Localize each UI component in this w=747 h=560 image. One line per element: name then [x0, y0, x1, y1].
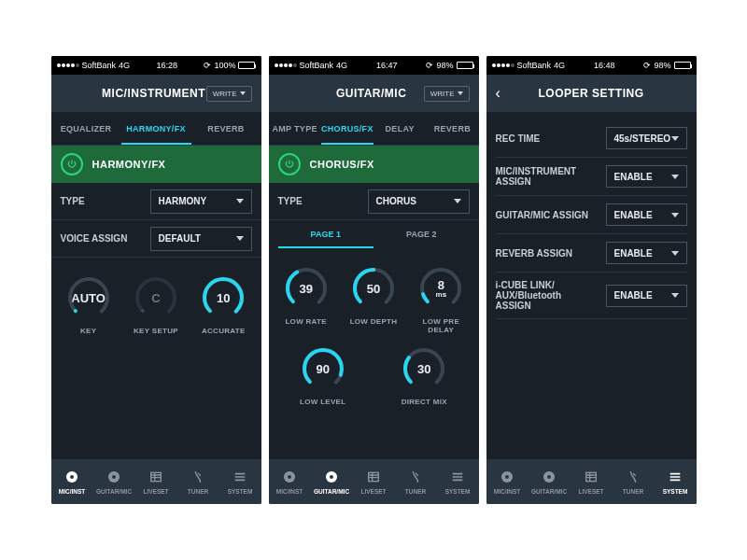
- guitar-mic-icon: [323, 469, 340, 485]
- status-bar: SoftBank 4G 16:47 ⟳ 98%: [269, 56, 479, 75]
- dial-low-depth[interactable]: 50LOW DEPTH: [344, 265, 403, 334]
- svg-point-7: [70, 475, 74, 479]
- setting-select[interactable]: 45s/STEREO: [606, 127, 687, 149]
- dial-low-rate[interactable]: 39LOW RATE: [276, 265, 336, 334]
- nav-label: SYSTEM: [663, 488, 688, 495]
- page-tabs: PAGE 1 PAGE 2: [278, 220, 470, 248]
- tuner-icon: [190, 469, 206, 485]
- network-label: 4G: [554, 61, 565, 70]
- nav-label: GUITAR/MIC: [96, 488, 132, 495]
- svg-point-19: [401, 345, 447, 392]
- carrier-label: SoftBank: [82, 61, 117, 70]
- guitar-mic-icon: [106, 469, 122, 485]
- dial-key[interactable]: AUTOKEY: [59, 274, 119, 335]
- param-type-row: TYPE CHORUS: [269, 183, 479, 220]
- fx-header: HARMONY/FX: [51, 146, 261, 183]
- chevron-down-icon: [240, 91, 246, 95]
- status-bar: SoftBank 4G 16:48 ⟳ 98%: [486, 56, 697, 75]
- system-icon: [232, 469, 248, 485]
- phone-screen-3: SoftBank 4G 16:48 ⟳ 98% ‹ LOOPER SETTING…: [486, 56, 697, 504]
- nav-item-system[interactable]: SYSTEM: [655, 459, 697, 504]
- nav-item-guitar-mic[interactable]: GUITAR/MIC: [311, 459, 353, 504]
- setting-label: i-CUBE LINK/ AUX/Bluetooth ASSIGN: [496, 280, 599, 311]
- tab-reverb[interactable]: REVERB: [191, 112, 261, 145]
- type-select[interactable]: CHORUS: [368, 189, 470, 214]
- write-button[interactable]: WRITE: [424, 86, 470, 102]
- rotation-lock-icon: ⟳: [426, 61, 433, 70]
- nav-item-mic-inst[interactable]: MIC/INST: [486, 459, 529, 504]
- dial-direct-mix[interactable]: 30DIRECT MIX: [394, 345, 454, 406]
- nav-item-tuner[interactable]: TUNER: [177, 459, 219, 504]
- nav-item-tuner[interactable]: TUNER: [613, 459, 655, 504]
- svg-point-4: [200, 274, 247, 321]
- dial-key-setup[interactable]: CKEY SETUP: [126, 274, 186, 335]
- tuner-icon: [407, 469, 424, 485]
- power-button[interactable]: [61, 153, 83, 175]
- nav-item-mic-inst[interactable]: MIC/INST: [269, 459, 311, 504]
- write-button[interactable]: WRITE: [206, 86, 252, 102]
- setting-select[interactable]: ENABLE: [606, 165, 687, 188]
- type-select[interactable]: HARMONY: [150, 189, 252, 214]
- nav-label: SYSTEM: [228, 488, 253, 495]
- tab-amp-type[interactable]: AMP TYPE: [269, 112, 321, 145]
- voice-assign-select[interactable]: DEFAULT: [150, 227, 252, 251]
- nav-bar: GUITAR/MIC WRITE: [269, 75, 479, 112]
- battery-icon: [457, 62, 473, 69]
- system-icon: [667, 469, 684, 485]
- nav-label: LIVESET: [143, 488, 168, 495]
- nav-item-system[interactable]: SYSTEM: [437, 459, 479, 504]
- tab-delay[interactable]: DELAY: [374, 112, 426, 145]
- top-tabs: EQUALIZER HARMONY/FX REVERB: [51, 112, 261, 146]
- dial-accurate[interactable]: 10ACCURATE: [193, 274, 253, 335]
- svg-point-9: [112, 475, 116, 479]
- svg-point-20: [401, 345, 447, 392]
- nav-label: LIVESET: [360, 488, 386, 495]
- fx-title: CHORUS/FX: [310, 159, 374, 170]
- tab-equalizer[interactable]: EQUALIZER: [51, 112, 121, 145]
- svg-point-17: [300, 345, 346, 392]
- battery-pct: 98%: [654, 61, 670, 70]
- nav-item-liveset[interactable]: LIVESET: [135, 459, 177, 504]
- rotation-lock-icon: ⟳: [643, 61, 651, 70]
- chevron-down-icon: [236, 199, 244, 203]
- dial-low-level[interactable]: 90LOW LEVEL: [293, 345, 353, 406]
- dial-low-pre-delay[interactable]: 8msLOW PRE DELAY: [411, 265, 471, 334]
- tuner-icon: [625, 469, 641, 485]
- tab-reverb[interactable]: REVERB: [426, 112, 478, 145]
- setting-select[interactable]: ENABLE: [606, 203, 687, 226]
- svg-point-13: [350, 265, 397, 312]
- setting-label: REC TIME: [496, 133, 599, 144]
- nav-item-liveset[interactable]: LIVESET: [353, 459, 395, 504]
- nav-item-system[interactable]: SYSTEM: [219, 459, 261, 504]
- chevron-down-icon: [671, 213, 679, 217]
- tab-harmony-fx[interactable]: HARMONY/FX: [121, 112, 191, 145]
- bottom-nav: MIC/INSTGUITAR/MICLIVESETTUNERSYSTEM: [269, 459, 479, 504]
- subtab-page-1[interactable]: PAGE 1: [278, 220, 374, 248]
- svg-point-1: [65, 274, 112, 321]
- nav-label: GUITAR/MIC: [314, 488, 349, 495]
- svg-point-3: [133, 274, 179, 321]
- svg-point-24: [330, 475, 333, 479]
- power-button[interactable]: [278, 153, 301, 175]
- fx-header: CHORUS/FX: [269, 146, 479, 183]
- page-title: GUITAR/MIC: [319, 87, 424, 100]
- dial-caption: KEY SETUP: [134, 327, 178, 335]
- subtab-page-2[interactable]: PAGE 2: [374, 220, 470, 248]
- nav-item-guitar-mic[interactable]: GUITAR/MIC: [529, 459, 571, 504]
- setting-select[interactable]: ENABLE: [606, 285, 687, 307]
- nav-item-mic-inst[interactable]: MIC/INST: [51, 459, 93, 504]
- nav-item-tuner[interactable]: TUNER: [395, 459, 437, 504]
- nav-item-liveset[interactable]: LIVESET: [571, 459, 613, 504]
- setting-row: i-CUBE LINK/ AUX/Bluetooth ASSIGNENABLE: [496, 273, 687, 319]
- nav-label: SYSTEM: [445, 488, 471, 495]
- nav-label: TUNER: [623, 488, 643, 495]
- param-type-row: TYPE HARMONY: [51, 183, 261, 220]
- param-label: TYPE: [61, 196, 141, 206]
- tab-chorus-fx[interactable]: CHORUS/FX: [321, 112, 374, 145]
- dial-caption: LOW RATE: [285, 317, 326, 326]
- chevron-down-icon: [454, 199, 461, 203]
- chevron-down-icon: [671, 175, 679, 179]
- setting-select[interactable]: ENABLE: [606, 242, 687, 264]
- back-button[interactable]: ‹: [496, 85, 514, 102]
- nav-item-guitar-mic[interactable]: GUITAR/MIC: [93, 459, 135, 504]
